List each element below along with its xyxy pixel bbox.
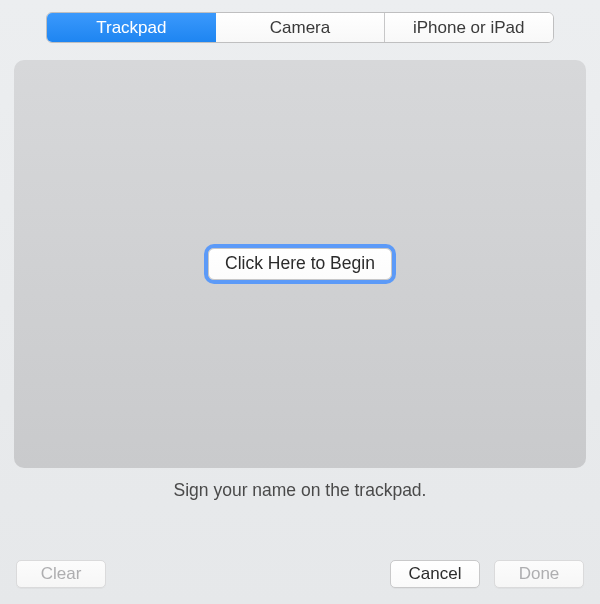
done-button[interactable]: Done — [494, 560, 584, 588]
button-row: Clear Cancel Done — [16, 559, 584, 589]
click-to-begin-button[interactable]: Click Here to Begin — [208, 248, 392, 280]
tab-iphone-ipad[interactable]: iPhone or iPad — [384, 13, 553, 42]
signature-source-tabs: Trackpad Camera iPhone or iPad — [46, 12, 554, 43]
tab-camera[interactable]: Camera — [216, 13, 385, 42]
button-label: Done — [519, 564, 560, 584]
button-label: Clear — [41, 564, 82, 584]
button-label: Click Here to Begin — [225, 253, 375, 273]
clear-button[interactable]: Clear — [16, 560, 106, 588]
instruction-text: Sign your name on the trackpad. — [0, 480, 600, 501]
tab-label: Camera — [270, 18, 330, 38]
tab-label: iPhone or iPad — [413, 18, 525, 38]
tab-trackpad[interactable]: Trackpad — [47, 13, 216, 42]
cancel-button[interactable]: Cancel — [390, 560, 480, 588]
button-label: Cancel — [409, 564, 462, 584]
tab-label: Trackpad — [96, 18, 166, 38]
signature-canvas: Click Here to Begin — [14, 60, 586, 468]
